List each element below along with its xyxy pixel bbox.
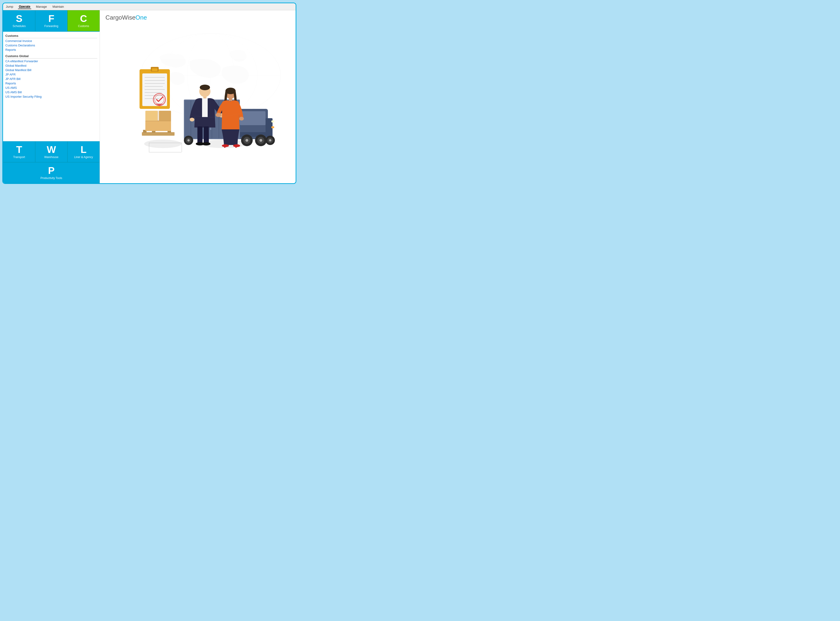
tile-transport-label: Transport — [13, 156, 25, 159]
sidebar: S Schedules F Forwarding C Customs Custo… — [3, 10, 100, 183]
top-tile-grid: S Schedules F Forwarding C Customs — [3, 10, 100, 32]
tile-warehouse-letter: W — [47, 145, 56, 154]
app-title: CargoWiseOne — [105, 14, 290, 21]
tile-productivity-label: Productivity Tools — [40, 176, 62, 180]
customs-global-header: Customs Global — [5, 53, 97, 59]
tile-forwarding-letter: F — [48, 14, 55, 24]
svg-point-36 — [269, 139, 271, 141]
svg-point-39 — [187, 139, 190, 141]
world-map-icon — [136, 29, 286, 122]
svg-point-33 — [260, 139, 262, 142]
tile-customs[interactable]: C Customs — [67, 10, 100, 31]
svg-rect-14 — [237, 132, 272, 137]
svg-point-73 — [202, 142, 210, 145]
tile-productivity-letter: P — [48, 166, 55, 176]
bottom-tiles: T Transport W Warehouse L Liner & Agency… — [3, 141, 100, 183]
app-frame: Jump Operate Manage Maintain S Schedules… — [2, 3, 296, 184]
menu-maintain[interactable]: Maintain — [52, 5, 65, 9]
link-customs-declarations[interactable]: Customs Declarations — [5, 43, 97, 48]
tile-transport-letter: T — [16, 145, 22, 154]
svg-rect-9 — [182, 143, 182, 152]
tile-liner-letter: L — [81, 145, 87, 154]
menu-jump[interactable]: Jump — [5, 5, 14, 9]
main-layout: S Schedules F Forwarding C Customs Custo… — [3, 10, 296, 183]
app-title-one: One — [135, 14, 147, 21]
tile-schedules[interactable]: S Schedules — [3, 10, 35, 31]
tile-forwarding[interactable]: F Forwarding — [35, 10, 67, 31]
svg-rect-54 — [142, 132, 175, 136]
illustration-area — [105, 24, 290, 179]
content-area: CargoWiseOne — [100, 10, 296, 183]
link-global-manifest[interactable]: Global Manifest — [5, 64, 97, 68]
tile-schedules-label: Schedules — [12, 24, 26, 28]
tile-liner[interactable]: L Liner & Agency — [67, 141, 100, 162]
menu-bar: Jump Operate Manage Maintain — [3, 3, 296, 10]
link-customs-reports[interactable]: Reports — [5, 48, 97, 52]
svg-rect-82 — [235, 145, 237, 148]
link-us-ams[interactable]: US AMS — [5, 86, 97, 90]
svg-rect-70 — [197, 126, 202, 144]
tile-schedules-letter: S — [16, 14, 23, 24]
svg-point-5 — [144, 139, 182, 148]
link-jp-afr[interactable]: JP AFR — [5, 72, 97, 77]
tile-customs-letter: C — [80, 14, 87, 24]
tile-forwarding-label: Forwarding — [44, 24, 58, 28]
link-jp-afr-bill[interactable]: JP AFR Bill — [5, 77, 97, 81]
svg-rect-71 — [204, 126, 209, 144]
app-title-cargo: CargoWise — [105, 14, 135, 21]
customs-global-section: Customs Global CA eManifest Forwarder Gl… — [3, 52, 100, 99]
link-us-ams-bill[interactable]: US AMS Bill — [5, 90, 97, 94]
customs-section-header: Customs — [5, 33, 97, 38]
link-global-reports[interactable]: Reports — [5, 81, 97, 86]
svg-rect-80 — [224, 145, 225, 148]
link-commercial-invoice[interactable]: Commercial Invoice — [5, 39, 97, 43]
svg-rect-7 — [149, 143, 182, 143]
tile-productivity[interactable]: P Productivity Tools — [3, 162, 100, 183]
link-us-importer[interactable]: US Importer Security Filing — [5, 94, 97, 99]
tile-customs-label: Customs — [78, 24, 89, 28]
tile-liner-label: Liner & Agency — [74, 156, 93, 159]
tile-warehouse-label: Warehouse — [44, 156, 59, 159]
svg-rect-16 — [271, 126, 274, 128]
menu-manage[interactable]: Manage — [35, 5, 48, 9]
tile-warehouse[interactable]: W Warehouse — [35, 141, 67, 162]
link-ca-emanifest[interactable]: CA eManifest Forwarder — [5, 59, 97, 64]
svg-rect-8 — [149, 143, 149, 152]
svg-rect-10 — [149, 152, 182, 153]
svg-rect-58 — [145, 121, 171, 131]
tile-transport[interactable]: T Transport — [3, 141, 35, 162]
svg-point-30 — [246, 139, 248, 142]
customs-section: Customs Commercial Invoice Customs Decla… — [3, 32, 100, 52]
menu-operate[interactable]: Operate — [18, 4, 31, 9]
bottom-tile-row-1: T Transport W Warehouse L Liner & Agency — [3, 141, 100, 162]
link-global-manifest-bill[interactable]: Global Manifest Bill — [5, 68, 97, 72]
bottom-tile-row-2: P Productivity Tools — [3, 162, 100, 183]
